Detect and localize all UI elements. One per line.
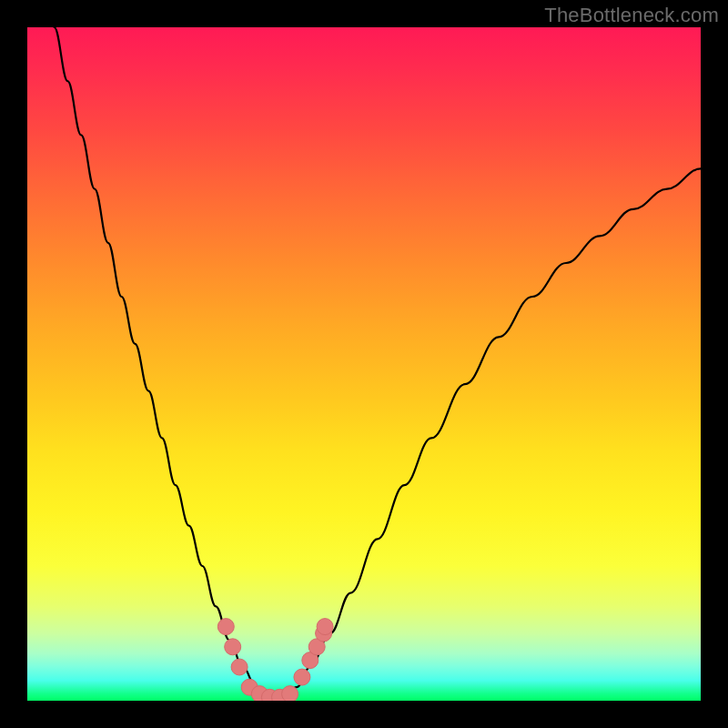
bottleneck-curve xyxy=(55,27,701,697)
outer-frame: TheBottleneck.com xyxy=(0,0,728,728)
data-marker xyxy=(317,619,333,635)
plot-area xyxy=(27,27,701,701)
plot-svg xyxy=(27,27,701,701)
data-marker xyxy=(294,669,310,685)
data-marker xyxy=(225,639,241,655)
data-marker xyxy=(217,619,234,635)
marker-group xyxy=(217,619,333,701)
data-marker xyxy=(282,686,298,701)
data-marker xyxy=(231,659,248,675)
attribution-text: TheBottleneck.com xyxy=(544,4,719,27)
